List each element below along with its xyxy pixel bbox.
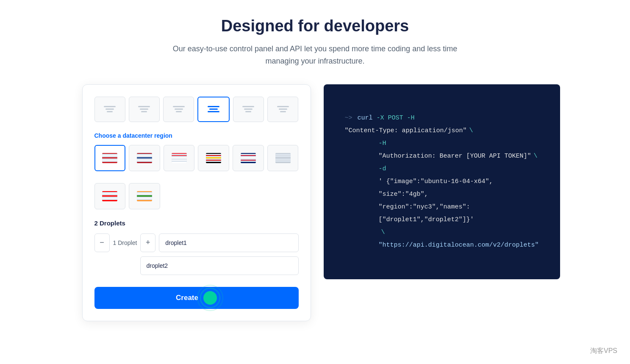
region-btn-de[interactable] (198, 145, 229, 171)
code-flag-h2: -H (379, 137, 390, 150)
os-tab-1[interactable] (94, 97, 125, 122)
flag-stripe (137, 162, 152, 163)
os-tab-5[interactable] (233, 97, 264, 122)
flag-stripe (275, 155, 291, 156)
flag-stripe (137, 191, 152, 192)
watermark: 淘客VPS (590, 347, 617, 356)
tab-lines-3 (173, 106, 185, 112)
tab-line (244, 108, 253, 110)
hero-subtitle: Our easy-to-use control panel and API le… (167, 43, 463, 67)
code-auth-token: "Authorization: Bearer [YOUR API TOKEN]" (379, 150, 531, 163)
flag-stripe (137, 198, 152, 199)
droplets-label: 2 Droplets (94, 220, 299, 227)
flag-stripe (137, 195, 152, 196)
region-btn-nl[interactable] (129, 145, 160, 171)
tab-lines-2 (138, 106, 150, 112)
region-btn-generic[interactable] (267, 145, 299, 171)
flag-stripe (102, 193, 117, 194)
droplet2-row (94, 256, 299, 279)
droplets-row: − 1 Droplet + (94, 233, 299, 252)
flag-stripe (275, 153, 291, 154)
region-section-label: Choose a datacenter region (94, 132, 299, 139)
tab-lines-5 (242, 106, 254, 112)
flag-stripe (172, 160, 187, 161)
os-tab-4[interactable] (197, 97, 229, 122)
tab-line (242, 106, 254, 107)
region-btn-ca[interactable] (94, 183, 126, 209)
region-btn-uk[interactable] (233, 145, 264, 171)
flag-stripe (137, 200, 152, 201)
flag-stripe (275, 160, 291, 161)
flag-stripe (137, 193, 152, 194)
flag-stripe (275, 157, 291, 158)
code-api-url: "https://api.digitalocean.com/v2/droplet… (379, 239, 539, 252)
tab-line (208, 111, 219, 112)
panel-card: Choose a datacenter region (82, 84, 311, 321)
tab-line (140, 108, 148, 110)
decrement-button[interactable]: − (94, 233, 110, 252)
tab-lines-1 (104, 106, 116, 112)
code-flag-h1: -H (407, 112, 419, 125)
tab-line (105, 108, 114, 110)
flag-stripe (102, 155, 117, 156)
create-btn-row: Create (94, 287, 299, 309)
code-content-type: "Content-Type: application/json" (345, 125, 467, 137)
droplet2-name-input[interactable] (140, 256, 299, 275)
flag-stripe (241, 162, 256, 163)
tab-line (279, 108, 287, 110)
increment-button[interactable]: + (140, 233, 155, 252)
flag-stripe (102, 153, 117, 154)
code-data-region: "region":"nyc3","names":["droplet1","dro… (379, 201, 539, 226)
code-backslash-2: \ (534, 150, 538, 163)
flag-stripe (137, 160, 152, 161)
flag-stripe (102, 195, 117, 196)
flag-stripe (172, 162, 187, 163)
os-selector-row (94, 97, 299, 122)
tab-line (208, 106, 219, 107)
flag-nl (137, 153, 152, 163)
os-tab-2[interactable] (129, 97, 160, 122)
flag-stripe (172, 153, 187, 154)
flag-stripe (102, 160, 117, 161)
region-btn-us[interactable] (94, 145, 126, 171)
droplet1-name-input[interactable] (159, 233, 298, 252)
tab-line (277, 106, 289, 107)
code-curl-cmd: curl (358, 112, 377, 125)
tab-line (141, 111, 147, 112)
tab-line (107, 111, 113, 112)
tab-line (176, 111, 182, 112)
flag-stripe (172, 155, 187, 156)
code-terminal: ~> curl -X POST -H "Content-Type: applic… (324, 84, 560, 279)
flag-stripe (241, 157, 256, 158)
tab-line (280, 111, 286, 112)
flag-stripe (275, 162, 291, 163)
flag-stripe (102, 162, 117, 163)
flag-stripe (206, 153, 221, 154)
flag-stripe (206, 155, 221, 156)
flag-stripe (102, 198, 117, 199)
create-button-label: Create (176, 294, 198, 302)
os-tab-6[interactable] (267, 97, 298, 122)
qty-display: 1 Droplet (113, 239, 137, 246)
os-tab-3[interactable] (163, 97, 194, 122)
flag-stripe (102, 191, 117, 192)
flag-generic-1 (275, 153, 291, 163)
hero-section: Designed for developers Our easy-to-use … (167, 17, 463, 67)
code-line-2: -H "Authorization: Bearer [YOUR API TOKE… (345, 137, 539, 163)
region-btn-in[interactable] (129, 183, 160, 209)
code-flag-d: -d (379, 163, 390, 175)
tab-lines-4 (208, 106, 219, 112)
tab-line (138, 106, 150, 107)
tab-line (104, 106, 116, 107)
region-btn-sg[interactable] (164, 145, 195, 171)
code-flag-xpost: -X POST (377, 112, 407, 125)
code-line-5: "https://api.digitalocean.com/v2/droplet… (345, 239, 539, 252)
flag-de (206, 153, 221, 163)
tab-line (173, 106, 185, 107)
code-data-open: ' {"image":"ubuntu-16-04-x64", "size":"4… (379, 175, 539, 201)
code-backslash-4: \ (381, 226, 385, 239)
code-line-3: -d ' {"image":"ubuntu-16-04-x64", "size"… (345, 163, 539, 201)
flag-stripe (102, 157, 117, 158)
create-button[interactable]: Create (94, 287, 299, 309)
flag-uk (241, 153, 256, 163)
